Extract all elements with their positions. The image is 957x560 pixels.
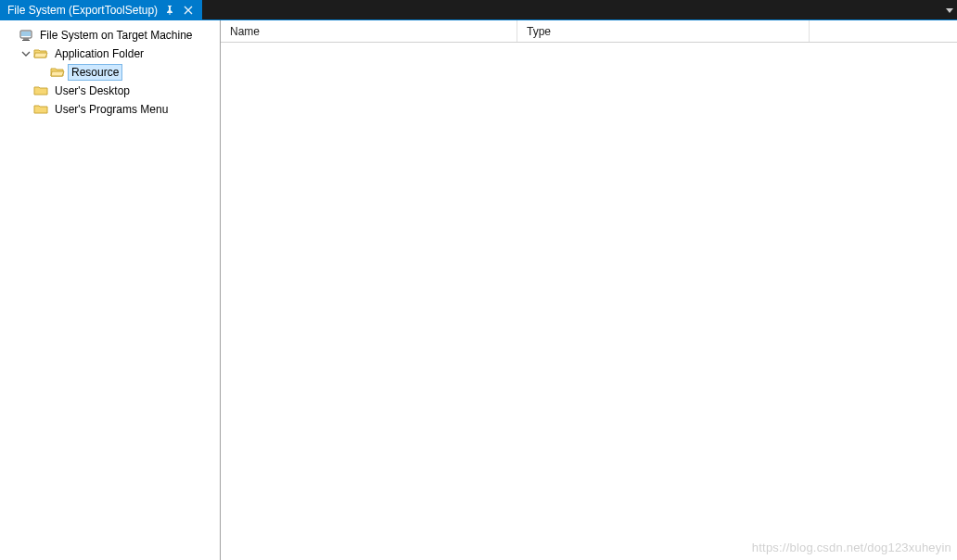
- tree-app-folder[interactable]: Application Folder: [0, 45, 220, 63]
- list-body[interactable]: https://blog.csdn.net/dog123xuheyin: [221, 43, 957, 560]
- active-tab[interactable]: File System (ExportToolSetup): [0, 0, 202, 19]
- pin-icon[interactable]: [163, 4, 176, 17]
- list-panel: Name Type https://blog.csdn.net/dog123xu…: [221, 20, 957, 560]
- machine-icon: [19, 28, 33, 43]
- tab-dropdown-icon[interactable]: [942, 0, 957, 19]
- svg-rect-1: [21, 32, 31, 36]
- column-header-type[interactable]: Type: [517, 20, 809, 42]
- column-header-name[interactable]: Name: [221, 20, 517, 42]
- column-header-extra[interactable]: [809, 20, 957, 42]
- folder-icon: [33, 102, 48, 117]
- tab-title: File System (ExportToolSetup): [7, 4, 158, 17]
- tree-root[interactable]: File System on Target Machine: [0, 26, 220, 45]
- tree-panel: File System on Target Machine Applicatio…: [0, 20, 221, 560]
- tree-programs-menu[interactable]: User's Programs Menu: [0, 100, 220, 119]
- folder-open-icon: [33, 46, 48, 61]
- chevron-down-icon[interactable]: [20, 48, 32, 59]
- tab-bar: File System (ExportToolSetup): [0, 0, 957, 20]
- svg-rect-3: [22, 40, 30, 41]
- tab-bar-spacer: [202, 0, 942, 19]
- body-area: File System on Target Machine Applicatio…: [0, 20, 957, 560]
- list-header: Name Type: [221, 20, 957, 43]
- tree-desktop-label: User's Desktop: [52, 83, 133, 98]
- tree-resource-label: Resource: [69, 65, 121, 80]
- tree-desktop[interactable]: User's Desktop: [0, 82, 220, 100]
- tree-root-label: File System on Target Machine: [37, 28, 196, 43]
- folder-icon: [33, 83, 48, 98]
- folder-open-icon: [50, 65, 65, 80]
- tree-programs-menu-label: User's Programs Menu: [52, 102, 171, 117]
- svg-rect-2: [23, 38, 29, 40]
- watermark: https://blog.csdn.net/dog123xuheyin: [752, 541, 951, 554]
- window: File System (ExportToolSetup): [0, 0, 957, 560]
- tree-resource[interactable]: Resource: [0, 63, 220, 82]
- close-icon[interactable]: [182, 4, 195, 17]
- tree-app-folder-label: Application Folder: [52, 46, 147, 61]
